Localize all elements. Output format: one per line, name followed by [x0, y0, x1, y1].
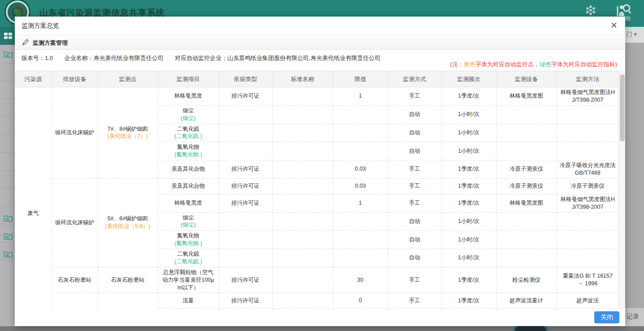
records-text: 记录 — [627, 313, 639, 321]
cell-limit: 1 — [333, 194, 388, 212]
point-auto-note: (美伦纸业（5-6）) — [101, 223, 155, 230]
close-button[interactable]: 关闭 — [594, 311, 619, 323]
folder-icon[interactable] — [4, 232, 13, 240]
cell-method: 重量法G B/ T 16157 － 1996 — [557, 267, 618, 293]
cell-limit — [333, 249, 388, 267]
cell-standard-name — [272, 293, 333, 309]
background-dropdown[interactable]: 门 ▾ — [625, 27, 644, 43]
cell-basis — [219, 231, 272, 249]
item-name: 二氧化硫 — [161, 250, 216, 258]
cell-limit — [333, 124, 388, 142]
cell-method: 林格曼烟气黑度图法HJ/T398-2007 — [557, 194, 618, 212]
auto-company-value: 山东晨鸣纸业集团股份有限公司,寿光美伦纸业有限责任公司 — [227, 55, 380, 61]
column-header: 监测方法 — [557, 71, 618, 87]
cell-mode: 自动 — [388, 124, 441, 142]
cell-method — [557, 105, 618, 124]
apps-grid-icon[interactable] — [584, 4, 597, 17]
cell-item: 林格曼黑度 — [158, 194, 219, 212]
cell-item: 流量 — [158, 293, 219, 309]
cell-item: 总悬浮颗粒物（空气动力学当量直径100μm以下） — [158, 267, 219, 293]
cell-basis: 排污许可证 — [219, 178, 272, 194]
cell-equipment: 超声波流量计 — [496, 293, 557, 309]
version-value: 1.0 — [45, 55, 53, 61]
section-header: 监测方案管理 — [15, 35, 625, 50]
cell-equipment — [496, 105, 557, 124]
legend-note: (注：黄色字体为对应自动监控点，绿色字体为对应自动监控指标) — [450, 60, 617, 69]
cell-standard-name — [272, 178, 333, 194]
item-name: 林格曼黑度 — [161, 199, 216, 207]
column-header: 污染源 — [15, 71, 52, 87]
cell-standard-name — [272, 160, 333, 179]
column-header: 监测设备 — [496, 71, 557, 87]
cell-basis: 排污许可证 — [219, 160, 272, 179]
close-icon[interactable]: ✕ — [609, 21, 619, 30]
cell-equipment: 冷原子测汞仪 — [496, 160, 557, 179]
scrollbar-thumb[interactable] — [620, 74, 625, 142]
cell-monitoring-point: 7#、8#锅炉烟囱(美伦纸业（7）) — [98, 87, 158, 179]
cell-basis: 排污许可证 — [219, 267, 272, 293]
cell-limit — [333, 212, 388, 231]
cell-frequency: 1季度/次 — [441, 293, 496, 309]
cell-mode: 手工 — [388, 267, 441, 293]
cell-equipment: 粉尘检测仪 — [496, 267, 557, 293]
cell-mode: 自动 — [388, 212, 441, 231]
cell-frequency: 1季度/次 — [441, 267, 496, 293]
modal-title: 监测方案总览 — [22, 22, 59, 30]
cell-limit — [333, 105, 388, 124]
item-auto-note: (烟尘) — [161, 221, 216, 229]
left-sidebar — [0, 27, 15, 331]
item-auto-note: (二氧化硫.) — [161, 258, 216, 266]
cell-monitoring-point: 石灰石粉磨站 — [98, 267, 158, 293]
cell-pollution-source: 废气 — [15, 87, 52, 310]
table-row: 流量排污许可证0手工1季度/次超声波流量计超声波法 — [15, 293, 618, 309]
menu-grid-icon[interactable] — [4, 32, 13, 40]
cell-method: 林格曼烟气黑度图法HJ/T398-2007 — [557, 87, 618, 106]
folder-icon[interactable] — [4, 214, 13, 222]
column-header: 限值 — [333, 71, 388, 87]
note-green-word: 绿色 — [540, 61, 551, 68]
cell-frequency: 1小时/次 — [441, 231, 496, 249]
table-scrollbar[interactable] — [618, 71, 625, 310]
cell-frequency: 1小时/次 — [441, 212, 496, 231]
cell-standard-name — [272, 249, 333, 267]
cell-mode: 手工 — [388, 194, 441, 212]
cell-item: 汞及其化合物 — [158, 160, 219, 179]
cell-equipment — [496, 249, 557, 267]
folder-icon[interactable] — [4, 250, 13, 258]
item-name: 二氧化硫 — [161, 125, 216, 133]
background-content — [625, 43, 644, 308]
column-header: 监测点 — [98, 71, 158, 87]
cell-method — [557, 142, 618, 160]
cell-method — [557, 124, 618, 142]
modal-titlebar: 监测方案总览 ✕ — [15, 17, 625, 35]
cell-frequency: 1季度/次 — [441, 160, 496, 179]
cell-limit: 0.03 — [333, 178, 388, 194]
cell-basis — [219, 142, 272, 160]
cell-limit: 30 — [333, 267, 388, 293]
cell-basis: 排污许可证 — [219, 293, 272, 309]
info-band: 版本号：1.0 企业名称：寿光美伦纸业有限责任公司 对应自动监控企业：山东晨鸣纸… — [15, 50, 625, 71]
cell-standard-name — [272, 212, 333, 231]
item-auto-note: (氮氧化物.) — [161, 240, 216, 247]
folder-icon[interactable] — [4, 50, 13, 58]
cell-mode: 自动 — [388, 142, 441, 160]
point-name: 5#、6#锅炉烟囱 — [101, 215, 155, 223]
item-name: 氮氧化物 — [161, 232, 216, 240]
cell-standard-name — [272, 87, 333, 106]
cell-standard-name — [272, 142, 333, 160]
column-header: 监测项目 — [158, 71, 219, 87]
cell-item: 氮氧化物(氮氧化物.) — [158, 231, 219, 249]
screen: 山东省污染源监测信息共享系统 查询 — [0, 0, 644, 331]
cell-item: 二氧化硫(二氧化硫.) — [158, 249, 219, 267]
cell-frequency: 1季度/次 — [441, 87, 496, 106]
cell-device: 循环流化床锅炉 — [52, 178, 98, 267]
cell-basis: 排污许可证 — [219, 87, 272, 106]
cell-monitoring-point — [98, 293, 158, 310]
version-label: 版本号： — [22, 55, 45, 61]
table-row: 循环流化床锅炉5#、6#锅炉烟囱(美伦纸业（5-6）)汞及其化合物排污许可证0.… — [15, 178, 618, 194]
cell-device: 循环流化床锅炉 — [52, 87, 98, 179]
cell-standard-name — [272, 194, 333, 212]
company-label: 企业名称： — [65, 55, 94, 61]
cell-limit — [333, 231, 388, 249]
cell-method: 超声波法 — [557, 293, 618, 309]
